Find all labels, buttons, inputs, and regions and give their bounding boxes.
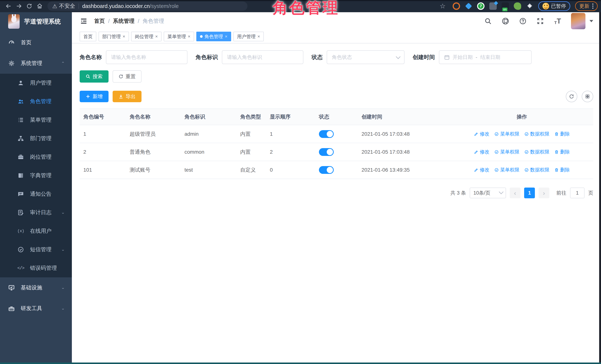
user-menu[interactable] — [571, 13, 593, 29]
profile-paused-chip[interactable]: 已暂停 — [538, 1, 570, 11]
add-button[interactable]: 新增 — [80, 91, 109, 102]
sidebar-item-label: 用户管理 — [30, 79, 51, 87]
action-menu-perm-link[interactable]: 菜单权限 — [494, 167, 520, 173]
action-edit-link[interactable]: 修改 — [474, 131, 490, 137]
close-icon[interactable]: × — [225, 34, 227, 39]
date-range-picker[interactable]: 开始日期 - 结束日期 — [439, 50, 531, 64]
book-icon — [17, 172, 24, 179]
goto-page-input[interactable]: 1 — [570, 187, 584, 198]
sidebar-item-10[interactable]: (x)在线用户 — [0, 222, 72, 240]
chrome-update-button[interactable]: 更新 — [575, 1, 598, 11]
role-key-label: 角色标识 — [196, 53, 218, 61]
sidebar-item-1[interactable]: 系统管理⌃ — [0, 53, 72, 74]
close-icon[interactable]: × — [188, 34, 190, 39]
back-icon[interactable] — [3, 1, 14, 11]
prev-page-button[interactable]: ‹ — [510, 187, 521, 198]
tab-2[interactable]: 岗位管理× — [131, 32, 161, 41]
action-data-perm-link[interactable]: 数据权限 — [524, 149, 550, 155]
window-scrollbar[interactable] — [599, 12, 601, 364]
tab-3[interactable]: 菜单管理× — [164, 32, 194, 41]
sidebar-item-3[interactable]: 角色管理 — [0, 92, 72, 111]
role-name-input[interactable]: 请输入角色名称 — [106, 50, 187, 64]
fullscreen-icon[interactable] — [536, 17, 544, 25]
sidebar-item-4[interactable]: 菜单管理 — [0, 111, 72, 129]
sidebar-item-8[interactable]: 通知公告 — [0, 185, 72, 203]
sidebar-item-label: 首页 — [21, 39, 31, 46]
tab-0[interactable]: 首页 — [80, 32, 96, 41]
pagination: 共 3 条 10条/页 ‹ 1 › 前往 1 页 — [80, 187, 593, 198]
users-icon — [17, 98, 24, 105]
action-edit-link[interactable]: 修改 — [474, 167, 490, 173]
tab-4[interactable]: 角色管理× — [196, 32, 231, 41]
font-size-icon[interactable]: TT — [554, 17, 562, 25]
sidebar-item-11[interactable]: 短信管理⌄ — [0, 240, 72, 259]
tab-5[interactable]: 用户管理× — [233, 32, 264, 41]
page-size-select[interactable]: 10条/页 — [470, 187, 506, 198]
bookmark-star-icon[interactable]: ☆ — [438, 1, 448, 11]
action-delete-link[interactable]: 删除 — [554, 131, 570, 137]
close-icon[interactable]: × — [155, 34, 158, 39]
address-bar[interactable]: ⚠ 不安全 dashboard.yudao.iocoder.cn /system… — [47, 1, 247, 11]
search-button[interactable]: 搜索 — [80, 70, 109, 83]
status-toggle[interactable] — [319, 148, 334, 156]
edit-icon — [474, 150, 478, 154]
extensions-puzzle-icon[interactable] — [526, 2, 533, 10]
next-page-button[interactable]: › — [539, 187, 549, 198]
action-menu-perm-link[interactable]: 菜单权限 — [494, 149, 520, 155]
extension-recorder-icon[interactable]: on — [501, 2, 509, 10]
status-toggle[interactable] — [319, 166, 334, 174]
extension-target-icon[interactable] — [453, 2, 460, 10]
action-menu-perm-link[interactable]: 菜单权限 — [494, 131, 520, 137]
breadcrumb-item[interactable]: 系统管理 — [113, 17, 134, 25]
column-header: 角色编号 — [80, 113, 126, 120]
sidebar-fold-icon[interactable] — [80, 17, 88, 25]
sidebar-item-7[interactable]: 字典管理 — [0, 166, 72, 185]
extension-grid-icon[interactable] — [489, 2, 497, 10]
sidebar-item-12[interactable]: </>错误码管理 — [0, 259, 72, 277]
action-data-perm-link[interactable]: 数据权限 — [524, 167, 550, 173]
action-edit-link[interactable]: 修改 — [474, 149, 490, 155]
close-icon[interactable]: × — [123, 34, 125, 39]
current-page-button[interactable]: 1 — [524, 187, 535, 198]
status-toggle[interactable] — [319, 130, 334, 138]
sidebar-item-13[interactable]: 基础设施⌄ — [0, 277, 72, 298]
role-key-input[interactable]: 请输入角色标识 — [222, 50, 303, 64]
action-delete-link[interactable]: 删除 — [554, 149, 570, 155]
user-avatar[interactable] — [571, 13, 585, 29]
export-button[interactable]: 导出 — [113, 91, 141, 102]
sidebar-item-label: 角色管理 — [30, 98, 51, 105]
sidebar-item-9[interactable]: 审计日志⌄ — [0, 203, 72, 222]
close-icon[interactable]: × — [257, 34, 260, 39]
reset-button[interactable]: 重置 — [113, 70, 141, 83]
sidebar-item-0[interactable]: 首页 — [0, 32, 72, 53]
chevron-up-icon: ⌃ — [61, 61, 65, 65]
refresh-table-button[interactable] — [566, 91, 577, 102]
created-time-cell: 2021-01-05 17:03:48 — [358, 149, 451, 155]
reload-icon[interactable] — [24, 1, 34, 11]
column-settings-button[interactable] — [582, 91, 593, 102]
browser-menu-icon[interactable] — [592, 3, 593, 9]
chevron-down-icon — [590, 20, 593, 22]
search-icon[interactable] — [484, 17, 492, 25]
action-data-perm-link[interactable]: 数据权限 — [524, 131, 550, 137]
app-logo[interactable]: 芋道管理系统 — [0, 12, 72, 31]
page-unit-label: 页 — [588, 190, 593, 196]
status-select[interactable]: 角色状态 — [327, 50, 404, 64]
home-icon[interactable] — [34, 1, 45, 11]
list-icon — [17, 116, 24, 124]
tab-1[interactable]: 部门管理× — [99, 32, 129, 41]
page-content: 角色名称 请输入角色名称 角色标识 请输入角色标识 状态 角色状态 — [72, 43, 601, 364]
extension-gem-icon[interactable] — [465, 2, 472, 10]
extension-green-icon[interactable]: 7 — [477, 2, 484, 10]
github-icon[interactable] — [501, 17, 510, 25]
sidebar-item-6[interactable]: 岗位管理 — [0, 148, 72, 166]
sidebar-item-14[interactable]: 研发工具⌄ — [0, 298, 72, 319]
sidebar-item-5[interactable]: 部门管理 — [0, 129, 72, 148]
help-icon[interactable] — [519, 17, 527, 25]
forward-icon[interactable] — [14, 1, 24, 11]
sidebar-item-2[interactable]: 用户管理 — [0, 74, 72, 92]
action-delete-link[interactable]: 删除 — [554, 167, 570, 173]
extension-plant-icon[interactable] — [514, 2, 521, 10]
created-time-cell: 2021-01-05 17:03:48 — [358, 131, 451, 137]
breadcrumb-item[interactable]: 首页 — [94, 17, 105, 25]
